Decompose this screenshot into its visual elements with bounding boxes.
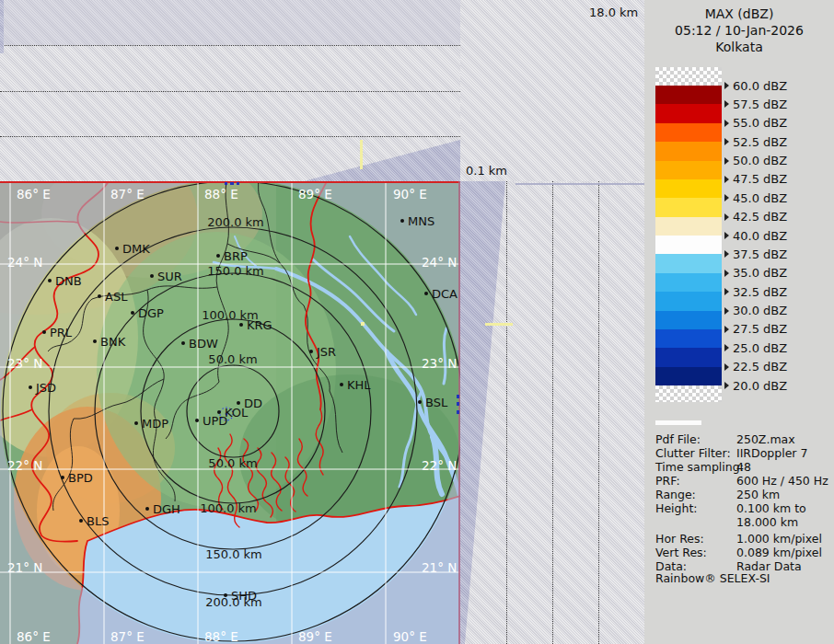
range-ring-label: 50.0 km (208, 456, 257, 470)
lon-label-top: 87° E (110, 187, 145, 201)
city-dot-BSL (418, 400, 422, 404)
city-label-DNB: DNB (55, 274, 82, 288)
ui-artifact (655, 420, 701, 425)
city-label-MNS: MNS (408, 214, 434, 228)
scale-label-text: 30.0 dBZ (733, 304, 787, 317)
dbz-band-9 (655, 254, 722, 272)
top-projection-strip (0, 0, 460, 181)
scale-label-47.5: 47.5 dBZ (724, 172, 787, 186)
height-gridline (506, 181, 507, 644)
scale-label-text: 50.0 dBZ (733, 154, 787, 167)
lon-label-bottom: 86° E (17, 629, 51, 644)
height-scale-min-label: 0.1 km (466, 164, 507, 178)
info-row: Clutter Filter:IIRDoppler 7 (655, 446, 830, 460)
lat-label-left: 22° N (7, 458, 42, 473)
scale-tick-arrow-icon (724, 100, 729, 108)
band-above-max (655, 67, 722, 86)
city-dot-DGH (145, 507, 149, 511)
scale-label-text: 47.5 dBZ (733, 172, 787, 186)
height-gridline (0, 91, 460, 92)
scale-label-text: 27.5 dBZ (733, 322, 787, 336)
dbz-band-0 (655, 86, 722, 104)
scale-label-text: 32.5 dBZ (733, 285, 787, 299)
product-datetime: 05:12 / 10-Jan-2026 (644, 22, 834, 39)
scale-label-text: 45.0 dBZ (733, 191, 787, 205)
city-dot-MNS (400, 219, 404, 223)
dbz-band-10 (655, 273, 722, 292)
info-label: Time sampling: (655, 460, 744, 474)
product-header: MAX (dBZ) 05:12 / 10-Jan-2026 Kolkata (644, 6, 834, 55)
lon-label-top: 86° E (17, 187, 51, 201)
radar-map[interactable]: 86° E86° E87° E87° E88° E88° E89° E89° E… (0, 181, 460, 644)
city-label-DMK: DMK (122, 242, 150, 256)
scale-label-50.0: 50.0 dBZ (724, 154, 787, 167)
scale-tick-arrow-icon (724, 344, 729, 351)
radar-app-window: 18.0 km 0.1 km (0, 0, 834, 644)
scale-label-text: 60.0 dBZ (733, 79, 787, 93)
dbz-band-11 (655, 292, 722, 310)
no-coverage-wedge (460, 181, 505, 644)
height-gridline (0, 45, 460, 46)
scale-tick-arrow-icon (724, 120, 729, 127)
dbz-band-4 (655, 161, 722, 179)
scale-label-45.0: 45.0 dBZ (724, 191, 787, 205)
info-label: PRF: (655, 474, 680, 488)
range-ring-label: 100.0 km (200, 501, 257, 515)
city-dot-BRP (216, 254, 220, 258)
info-label: Pdf File: (655, 432, 701, 446)
city-dot-DMK (115, 247, 119, 250)
info-label: Range: (655, 488, 696, 501)
city-label-DCA: DCA (432, 287, 458, 301)
scale-label-32.5: 32.5 dBZ (724, 285, 787, 299)
city-label-UPD: UPD (203, 414, 227, 428)
city-dot-JSD (29, 385, 32, 389)
city-dot-BLS (79, 519, 83, 523)
scale-label-40.0: 40.0 dBZ (724, 229, 787, 243)
dbz-band-1 (655, 104, 722, 122)
scale-tick-arrow-icon (724, 138, 729, 145)
echo-mark-top-strip (360, 140, 363, 169)
scale-label-30.0: 30.0 dBZ (724, 304, 787, 317)
info-value: 0.089 km/pixel (736, 546, 822, 559)
info-label: Clutter Filter: (655, 446, 731, 460)
city-label-SHD: SHD (231, 589, 257, 603)
dbz-band-14 (655, 348, 722, 366)
city-label-JSD: JSD (35, 381, 56, 395)
lon-label-top: 90° E (393, 187, 427, 201)
dbz-band-13 (655, 329, 722, 348)
city-label-DGH: DGH (153, 502, 180, 516)
lat-label-left: 21° N (7, 560, 42, 575)
scale-bar (655, 67, 722, 402)
scale-tick-arrow-icon (724, 250, 729, 258)
range-ring-label: 200.0 km (207, 215, 264, 229)
city-dot-KRG (239, 323, 243, 327)
lat-label-right: 24° N (422, 255, 457, 270)
city-dot-KHL (340, 383, 343, 386)
scale-label-20.0: 20.0 dBZ (724, 379, 787, 393)
scale-label-text: 55.0 dBZ (733, 116, 787, 130)
dbz-band-3 (655, 142, 722, 160)
scale-label-35.0: 35.0 dBZ (724, 266, 787, 280)
city-label-KHL: KHL (347, 378, 371, 392)
lon-label-bottom: 90° E (393, 629, 427, 644)
dbz-band-2 (655, 123, 722, 142)
scale-tick-arrow-icon (724, 382, 729, 389)
info-row: Vert Res:0.089 km/pixel (655, 546, 830, 559)
city-dot-DD (237, 401, 240, 405)
city-dot-JSR (309, 350, 313, 353)
city-label-BNK: BNK (100, 335, 126, 349)
scale-label-text: 25.0 dBZ (733, 341, 787, 355)
info-row: PRF:600 Hz / 450 Hz (655, 474, 830, 488)
scale-label-text: 52.5 dBZ (733, 135, 787, 149)
city-dot-ASL (98, 294, 101, 298)
scale-label-27.5: 27.5 dBZ (724, 322, 787, 336)
lat-label-right: 21° N (422, 560, 457, 575)
scale-label-text: 57.5 dBZ (733, 98, 787, 111)
scale-tick-arrow-icon (724, 307, 729, 315)
info-row: Hor Res:1.000 km/pixel (655, 532, 830, 546)
city-dot-DGP (131, 311, 134, 315)
echo-mark-right-strip (485, 323, 513, 326)
no-coverage-wedge (304, 138, 460, 181)
scale-label-52.5: 52.5 dBZ (724, 135, 787, 149)
city-dot-DCA (424, 292, 428, 295)
